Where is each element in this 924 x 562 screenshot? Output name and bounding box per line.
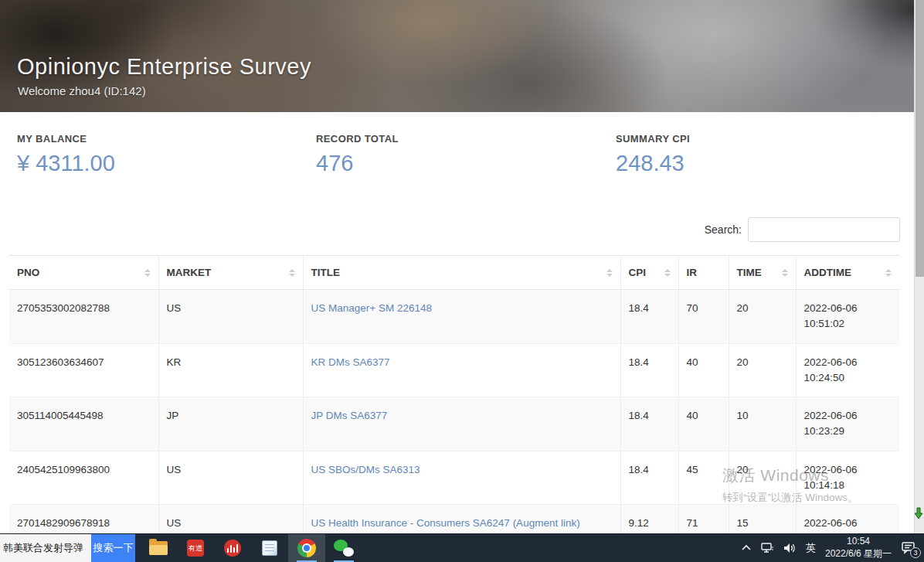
youdao-icon[interactable]: 有道 [177,534,214,562]
cell-ir: 70 [678,290,729,344]
cell-addtime: 2022-06-06 10:24:50 [796,343,899,397]
file-explorer-icon[interactable] [140,534,177,562]
cell-market: JP [158,397,303,451]
column-label: ADDTIME [804,267,852,278]
sort-icon [606,269,613,277]
stat-summary-cpi: SUMMARY CPI 248.43 [616,133,690,176]
cell-time: 20 [729,343,796,397]
cell-pno: 2705353002082788 [9,290,158,344]
cell-pno: 305114005445498 [9,397,158,451]
cell-title: KR DMs SA6377 [303,343,620,397]
table-row: 2405425109963800 US US SBOs/DMs SA6313 1… [9,451,899,505]
cell-pno: 305123603634607 [9,343,158,397]
cell-title: JP DMs SA6377 [303,397,620,451]
chrome-logo-icon [297,539,316,557]
cell-pno: 2405425109963800 [9,451,158,505]
column-label: TITLE [311,267,341,278]
cell-title: US Manager+ SM 226148 [303,290,620,344]
survey-title-link[interactable]: US SBOs/DMs SA6313 [311,464,420,475]
network-icon[interactable] [761,543,774,553]
cell-ir: 45 [678,451,729,505]
hero-banner: Opinionyc Enterprise Survey Welcome zhou… [0,0,914,112]
column-header-addtime[interactable]: ADDTIME [796,256,899,290]
browser-page: Opinionyc Enterprise Survey Welcome zhou… [0,0,914,533]
sort-icon [289,269,295,277]
table-row: 305123603634607 KR KR DMs SA6377 18.4 40… [9,343,899,397]
taskbar-clock[interactable]: 10:54 2022/6/6 星期一 [825,536,892,560]
stat-label: SUMMARY CPI [616,133,690,145]
cell-cpi: 9.12 [620,505,678,534]
cell-pno: 2701482909678918 [9,505,158,534]
stat-value: 476 [316,151,399,176]
table-search: Search: [705,217,900,242]
cell-time: 20 [729,290,796,344]
notification-center-icon[interactable]: 3 [901,541,916,555]
page-title: Opinionyc Enterprise Survey [17,54,311,80]
column-header-cpi[interactable]: CPI [620,256,678,290]
cell-title: US Health Insurance - Consumers SA6247 (… [303,505,620,534]
column-header-time[interactable]: TIME [729,256,796,290]
music-player-icon[interactable] [214,534,251,562]
stat-my-balance: MY BALANCE ¥ 4311.00 [17,133,115,176]
windows-taskbar: 韩美联合发射导弹 搜索一下 有道 [0,533,924,562]
cell-addtime: 2022-06-06 10:14:18 [796,451,899,505]
cell-cpi: 18.4 [620,451,678,505]
wechat-logo-icon [334,540,354,557]
cell-title: US SBOs/DMs SA6313 [303,451,620,505]
page-scrollbar[interactable] [914,0,924,533]
sort-icon [664,269,671,277]
taskbar-news-ticker[interactable]: 韩美联合发射导弹 [0,534,91,562]
tray-expand-chevron-icon[interactable] [741,544,752,552]
cell-market: US [158,451,303,505]
survey-title-link[interactable]: US Manager+ SM 226148 [311,302,432,314]
note-icon [262,540,277,556]
sort-icon [782,269,788,277]
volume-icon[interactable] [783,543,797,553]
survey-table: PNO MARKET TITLE CPI IR TIME ADDTIME 270… [9,255,899,533]
column-label: TIME [737,267,762,278]
cell-cpi: 18.4 [620,343,678,397]
survey-title-link[interactable]: KR DMs SA6377 [311,356,390,368]
cell-addtime: 2022-06-06 10:06:08 [796,505,899,534]
wechat-icon[interactable] [325,534,362,562]
notepad-icon[interactable] [251,534,288,562]
stat-value: ¥ 4311.00 [17,151,115,176]
clock-time: 10:54 [825,536,892,548]
taskbar-search-button[interactable]: 搜索一下 [91,534,135,562]
survey-title-link[interactable]: JP DMs SA6377 [311,410,388,421]
cell-time: 15 [729,505,796,534]
search-input[interactable] [748,217,900,242]
stat-value: 248.43 [616,151,690,176]
survey-title-link[interactable]: US Health Insurance - Consumers SA6247 (… [311,517,580,529]
table-row: 2701482909678918 US US Health Insurance … [9,505,899,534]
column-header-market[interactable]: MARKET [158,256,303,290]
cell-ir: 40 [678,397,729,451]
column-header-pno[interactable]: PNO [9,256,158,290]
sort-icon [885,269,892,277]
column-label: IR [687,267,698,278]
table-row: 305114005445498 JP JP DMs SA6377 18.4 40… [9,397,899,451]
welcome-text: Welcome zhou4 (ID:142) [18,84,146,97]
download-arrow-icon[interactable] [914,507,923,519]
cell-time: 20 [729,451,796,505]
notification-badge: 3 [910,547,921,558]
scrollbar-thumb[interactable] [916,0,924,277]
column-header-ir[interactable]: IR [678,256,729,290]
chrome-icon[interactable] [288,534,325,562]
table-header-row: PNO MARKET TITLE CPI IR TIME ADDTIME [9,256,899,290]
ime-language-indicator[interactable]: 英 [806,541,816,555]
taskbar-app-icons: 有道 [140,534,362,562]
column-label: MARKET [167,267,212,278]
equalizer-icon [224,540,241,557]
cell-market: US [158,505,303,534]
cell-market: KR [158,343,303,397]
cell-ir: 71 [678,505,729,534]
cell-market: US [158,290,303,344]
column-header-title[interactable]: TITLE [303,256,620,290]
cell-cpi: 18.4 [620,397,678,451]
cell-time: 10 [729,397,796,451]
system-tray: 英 10:54 2022/6/6 星期一 3 [741,534,924,562]
table-row: 2705353002082788 US US Manager+ SM 22614… [9,290,899,344]
search-label: Search: [705,223,742,236]
folder-icon [149,541,168,555]
